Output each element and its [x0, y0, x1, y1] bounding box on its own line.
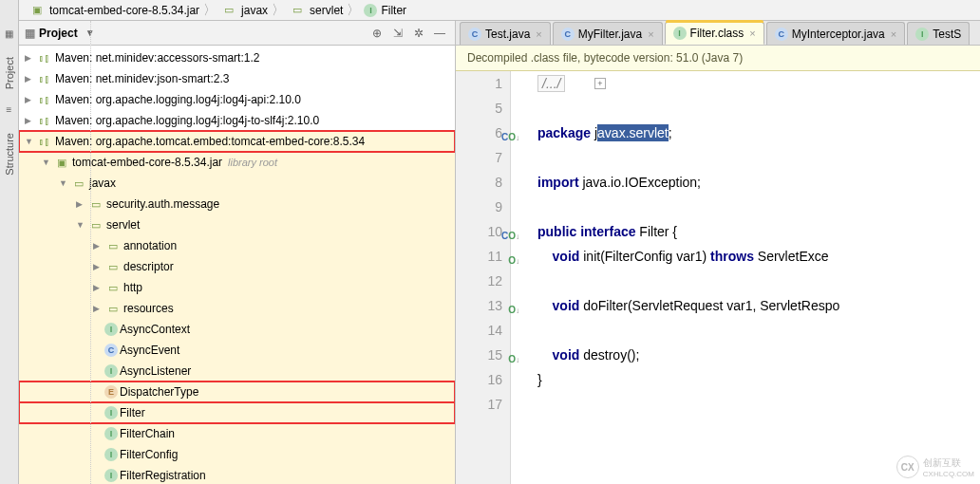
- tree-arrow-icon[interactable]: ▶: [25, 74, 36, 84]
- minimize-icon[interactable]: —: [430, 24, 449, 43]
- structure-side-icon[interactable]: ≡: [3, 104, 16, 118]
- code-text: init(FilterConfig var1): [579, 249, 710, 264]
- gutter-line: 17: [456, 392, 502, 417]
- crumb-pkg-servlet[interactable]: ▭servlet: [285, 4, 347, 17]
- tree-arrow-icon[interactable]: ▶: [93, 283, 104, 292]
- editor-tab[interactable]: ITestS: [907, 22, 970, 45]
- tree-label: tomcat-embed-core-8.5.34.jar: [72, 156, 222, 169]
- gutter-line: 8: [456, 170, 502, 195]
- class-icon: C: [561, 28, 575, 41]
- project-icon: ▦: [25, 27, 35, 40]
- code-lines[interactable]: +/.../ package javax.servlet; import jav…: [511, 71, 980, 484]
- tree-label: resources: [123, 302, 174, 315]
- code-text: ServletExce: [754, 249, 829, 264]
- gear-icon[interactable]: ✲: [409, 24, 428, 43]
- gutter: 156CO↓78910CO↓11O↓1213O↓1415O↓1617: [456, 71, 511, 484]
- tab-label: MyInterceptor.java: [792, 28, 885, 41]
- tree-label: security.auth.message: [106, 197, 219, 211]
- crumb-filter[interactable]: IFilter: [360, 4, 410, 17]
- keyword: void: [553, 298, 580, 313]
- keyword: void: [553, 249, 580, 264]
- close-icon[interactable]: ×: [891, 28, 896, 40]
- tree-arrow-icon[interactable]: ▶: [25, 116, 36, 125]
- tree-label: Filter: [120, 406, 145, 419]
- close-icon[interactable]: ×: [749, 28, 755, 39]
- tab-label: MyFilter.java: [578, 28, 642, 41]
- tab-label: Test.java: [485, 28, 530, 41]
- tabs-bar: CTest.java×CMyFilter.java×IFilter.class×…: [456, 21, 980, 46]
- gutter-mark-icon[interactable]: O↓: [508, 347, 519, 373]
- tree-label: http: [123, 281, 142, 294]
- code-text: doFilter(ServletRequest var1, ServletRes…: [579, 298, 839, 313]
- tree-arrow-icon[interactable]: ▼: [59, 178, 70, 188]
- fold-toggle[interactable]: +: [594, 78, 606, 89]
- tab-label: TestS: [933, 28, 961, 41]
- code-selection: avax.servlet: [597, 124, 669, 141]
- crumb-label: tomcat-embed-core-8.5.34.jar: [49, 4, 199, 17]
- editor-tab[interactable]: CMyInterceptor.java×: [766, 22, 905, 45]
- tree-arrow-icon[interactable]: ▼: [42, 158, 53, 167]
- side-tab-structure[interactable]: Structure: [2, 127, 17, 181]
- crumb-label: servlet: [310, 4, 343, 17]
- keyword: package: [537, 125, 594, 140]
- crumb-pkg-javax[interactable]: ▭javax: [217, 4, 272, 17]
- expand-icon[interactable]: ⇲: [388, 24, 407, 43]
- interface-icon: I: [673, 27, 687, 40]
- library-root-label: library root: [228, 157, 277, 168]
- side-tabs: ▦ Project ≡ Structure: [0, 0, 19, 484]
- tree-label: AsyncListener: [120, 364, 191, 378]
- tree-label: Maven: org.apache.logging.log4j:log4j-to…: [55, 114, 319, 127]
- gutter-line: 10CO↓: [456, 219, 502, 244]
- crumb-sep-icon: 〉: [347, 2, 360, 19]
- tree-arrow-icon[interactable]: ▶: [93, 241, 104, 251]
- keyword: public: [537, 224, 576, 239]
- gutter-mark-icon[interactable]: CO↓: [501, 224, 519, 250]
- fold-box[interactable]: /.../: [537, 75, 565, 92]
- breadcrumb: ▣tomcat-embed-core-8.5.34.jar 〉 ▭javax 〉…: [19, 0, 980, 21]
- project-side-icon[interactable]: ▦: [3, 28, 16, 42]
- logo-icon: CX: [896, 456, 919, 478]
- code-text: ;: [669, 125, 672, 140]
- gutter-mark-icon[interactable]: O↓: [508, 298, 519, 324]
- gutter-mark-icon[interactable]: CO↓: [501, 125, 519, 151]
- crumb-label: Filter: [381, 4, 406, 17]
- gutter-line: 16: [456, 367, 502, 392]
- gutter-mark-icon[interactable]: O↓: [508, 249, 519, 274]
- gutter-line: 14: [456, 318, 502, 343]
- project-title-text: Project: [39, 27, 78, 40]
- gutter-line: 1: [456, 71, 502, 96]
- package-icon: ▭: [289, 4, 306, 16]
- code-text: Filter {: [635, 224, 677, 239]
- crumb-label: javax: [241, 4, 268, 17]
- interface-icon: I: [915, 28, 929, 41]
- tree-arrow-icon[interactable]: ▶: [93, 304, 104, 313]
- gutter-line: 15O↓: [456, 343, 502, 367]
- decompiled-banner: Decompiled .class file, bytecode version…: [456, 46, 980, 71]
- class-icon: C: [775, 28, 788, 41]
- tree-label: FilterConfig: [120, 448, 178, 461]
- editor-tab[interactable]: CMyFilter.java×: [553, 22, 663, 45]
- gutter-line: 7: [456, 145, 502, 170]
- close-icon[interactable]: ×: [648, 28, 653, 40]
- code-area[interactable]: 156CO↓78910CO↓11O↓1213O↓1415O↓1617 +/...…: [456, 71, 980, 484]
- editor-tab[interactable]: IFilter.class×: [665, 22, 764, 45]
- editor-tab[interactable]: CTest.java×: [460, 22, 551, 45]
- class-icon: C: [468, 28, 481, 41]
- gutter-line: 9: [456, 195, 502, 219]
- tree-arrow-icon[interactable]: ▶: [25, 95, 36, 104]
- gutter-line: 12: [456, 269, 502, 293]
- target-icon[interactable]: ⊕: [368, 24, 386, 43]
- tree-label: Maven: org.apache.tomcat.embed:tomcat-em…: [55, 135, 365, 148]
- tree-arrow-icon[interactable]: ▶: [25, 53, 36, 63]
- keyword: import: [537, 175, 582, 190]
- tree-arrow-icon[interactable]: ▶: [93, 262, 104, 271]
- side-tab-project[interactable]: Project: [2, 51, 17, 95]
- keyword: throws: [710, 249, 754, 264]
- close-icon[interactable]: ×: [536, 28, 541, 40]
- tree-label: AsyncContext: [120, 323, 190, 336]
- interface-icon: I: [364, 4, 377, 17]
- tree-label: descriptor: [123, 260, 174, 273]
- tree-arrow-icon[interactable]: ▼: [25, 137, 36, 146]
- tree-label: FilterRegistration: [120, 469, 206, 482]
- crumb-jar[interactable]: ▣tomcat-embed-core-8.5.34.jar: [25, 4, 203, 17]
